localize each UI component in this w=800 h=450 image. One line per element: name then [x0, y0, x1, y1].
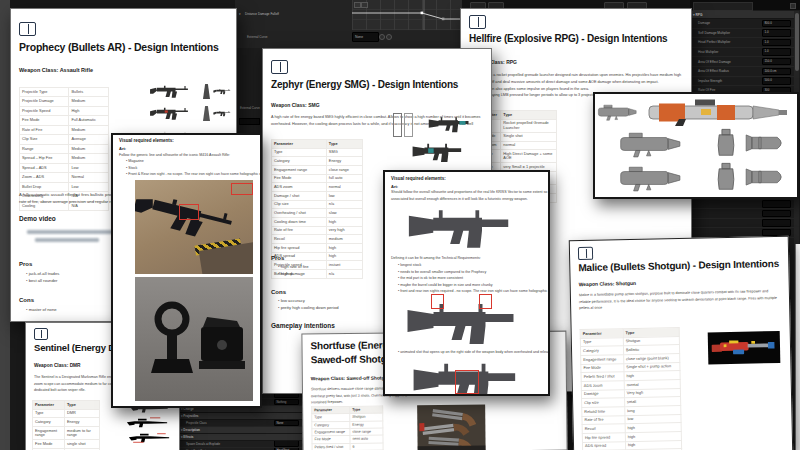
shotgun-render-image: [708, 331, 781, 365]
desktop-collage: ▾ Distance Damage Falloff External Curve…: [0, 0, 800, 450]
pros-heading: Pros: [19, 261, 32, 267]
table-row: ParameterType: [33, 401, 100, 410]
property-value-box[interactable]: 1.0: [762, 39, 791, 46]
list-item: maybe the barrel could be bigger in size…: [398, 283, 543, 287]
panel-row[interactable]: Damage800.0: [690, 19, 794, 29]
external-curve-label: External Curve: [247, 35, 267, 39]
property-value-box[interactable]: 100.0 cm: [762, 68, 791, 75]
panel-row[interactable]: [690, 219, 794, 229]
table-row: Cooling down timehigh: [272, 218, 363, 227]
book-icon: [578, 247, 593, 260]
list-item: sustained firepower.: [311, 398, 551, 405]
book-icon: [19, 22, 36, 36]
weapon-class: Weapon Class: SMG: [271, 102, 320, 108]
pros-heading: Pros: [271, 255, 284, 261]
details-tab[interactable]: [693, 2, 753, 11]
pros-list: jack-of-all tradesbest all rounder: [19, 272, 59, 286]
curve-grid[interactable]: [352, 0, 465, 30]
list-item: distance fall off and deal massive amoun…: [469, 80, 685, 84]
scrollbar-thumb[interactable]: [795, 13, 799, 71]
external-curve-dropdown[interactable]: None: [352, 32, 379, 42]
property-value-box[interactable]: 800.0: [762, 20, 791, 27]
panel-section[interactable]: ▾ Projectiles: [178, 413, 302, 420]
list-item: Should follow the overall silhouette and…: [391, 190, 543, 194]
curve-clear-icon[interactable]: [386, 34, 392, 40]
close-icon[interactable]: [790, 3, 796, 9]
panel-row[interactable]: Heat Multiplier1.0: [690, 48, 794, 58]
zoom-fit-icon[interactable]: [354, 2, 361, 8]
list-item: Defining it can be fit among the Technic…: [391, 256, 543, 260]
property-value-box[interactable]: [762, 210, 791, 217]
panel-row[interactable]: Spawn Decals at Explode: [178, 441, 302, 448]
rocket-render: [745, 166, 791, 188]
list-item: jack-of-all trades: [26, 272, 59, 277]
requirements-intro: Defining it can be fit among the Technic…: [391, 256, 543, 263]
table-row: Bullet DropLow: [20, 182, 109, 191]
window-edge: [0, 0, 10, 450]
table-row: Spread – ADSLow: [20, 163, 109, 172]
panel-row[interactable]: Impulse Strength500.0: [690, 77, 794, 87]
sidestrip-value-box[interactable]: [239, 118, 260, 125]
panel-section[interactable]: ▾ Effects: [178, 434, 302, 441]
list-item: Front & Rear iron sight - no scope. The …: [126, 172, 257, 176]
table-row: Clip sizen/a: [272, 200, 363, 209]
panel-row[interactable]: Area Of Effect Damage150.0: [690, 57, 794, 67]
damage-falloff-curve[interactable]: [352, 0, 465, 30]
table-row: ADS zoomnormal: [272, 183, 363, 192]
annotation-box: [231, 183, 253, 195]
table-row: Rate of FireMedium: [20, 125, 109, 134]
table-row: CategoryEnergy: [33, 418, 100, 427]
table-row: Fire ModeFull Automatic: [20, 116, 109, 125]
rocket-render: [745, 132, 791, 154]
panel-row[interactable]: Head Perfect Multiplier1.0: [690, 38, 794, 48]
hellfire-art-panel: [593, 92, 799, 199]
table-row: Damage / shotlow: [272, 192, 363, 201]
dmr-sketches: [126, 403, 176, 450]
panel-row[interactable]: [690, 209, 794, 219]
list-item: pretty high cooling down period: [278, 306, 339, 311]
property-value-box[interactable]: 1.0: [762, 29, 791, 36]
weapon-class: Weapon Class: Sawed-off Shotgun: [311, 375, 390, 381]
property-value-box[interactable]: 1.0: [762, 48, 791, 55]
spec-table: ParameterTypeTypeSMGCategoryEnergyEngage…: [271, 139, 363, 279]
panel-row[interactable]: [690, 200, 794, 210]
weapon-front-view: [203, 84, 210, 99]
table-row: Projectile TypeBullets: [20, 88, 109, 97]
vector-render: [397, 298, 542, 346]
table-row: Engagement rangeclose range: [272, 166, 363, 175]
property-value-box[interactable]: 150.0: [762, 58, 791, 65]
property-value-box[interactable]: None: [274, 420, 299, 426]
art-label: Art:: [391, 184, 398, 189]
property-value-box[interactable]: [274, 441, 299, 447]
art-label: Art:: [119, 146, 126, 151]
table-row: CategoryEnergy: [272, 157, 363, 166]
table-row: Clip SizeAverage: [20, 135, 109, 144]
sidestrip-item[interactable]: External Curve: [235, 106, 262, 112]
zephyr-visual-panel: Visual required elements: Art: Should fo…: [383, 170, 550, 396]
table-row: TypeSMG: [272, 148, 363, 157]
vector-render-annotated: [403, 358, 543, 394]
caret-down-icon[interactable]: ▾: [239, 12, 241, 16]
list-item: associated but overall enough difference…: [391, 197, 543, 201]
list-item: The detonation also applies some impulse…: [469, 87, 685, 91]
zoom-sel-icon[interactable]: [361, 2, 368, 8]
list-item: longest stock: [398, 263, 543, 267]
property-value-box[interactable]: 500.0: [762, 77, 791, 84]
property-value-box[interactable]: [762, 219, 791, 226]
panel-section[interactable]: ▾ Description: [178, 427, 302, 434]
list-item: high damage: [278, 272, 309, 277]
property-value-box[interactable]: [762, 200, 791, 207]
table-row: Overheating / shotslow: [272, 209, 363, 218]
panel-row[interactable]: Projectile ClassNone: [178, 420, 302, 427]
list-item: Follow the generic line and silhouette o…: [119, 153, 257, 157]
table-row: RangeMedium: [20, 144, 109, 153]
curve-use-icon[interactable]: [379, 34, 385, 40]
panel-section[interactable]: ▾ RPG: [690, 11, 794, 19]
table-row: Projectile DamageMedium: [20, 97, 109, 106]
property-value-box[interactable]: Nothing: [274, 399, 299, 405]
requirements-bullets: longest stockneeds to be overall smaller…: [391, 263, 543, 296]
panel-row[interactable]: Area Of Effect Radius100.0 cm: [690, 67, 794, 77]
magazine-sketch: [393, 113, 402, 137]
panel-row[interactable]: Self Damage Multiplier1.0: [690, 29, 794, 39]
summary: Malice is a formidable pump action shotg…: [579, 289, 783, 313]
